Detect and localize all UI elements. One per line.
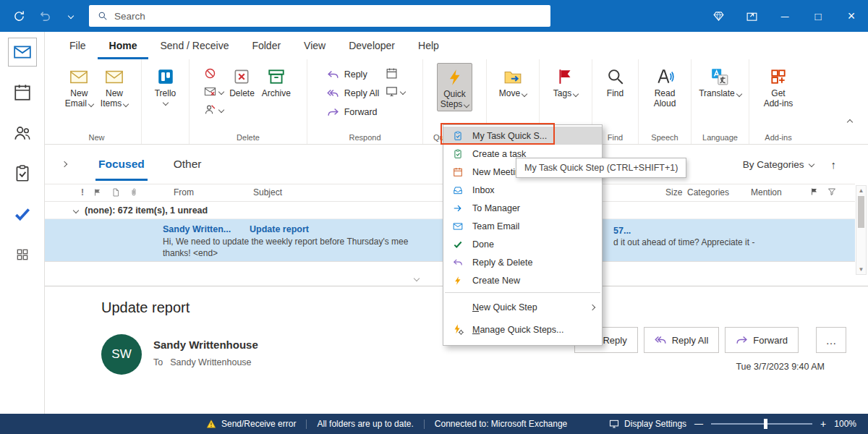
folders-status: All folders are up to date. (317, 419, 413, 429)
more-actions-button[interactable]: … (816, 327, 846, 353)
nav-people-button[interactable] (8, 119, 37, 148)
tab-folder[interactable]: Folder (240, 32, 292, 59)
new-email-button[interactable]: New Email (62, 63, 96, 110)
close-button[interactable]: × (835, 0, 868, 32)
find-button[interactable]: Find (603, 63, 628, 100)
menu-item-new-quick-step[interactable]: New Quick Step (443, 296, 602, 318)
tab-focused[interactable]: Focused (95, 148, 148, 181)
tab-help[interactable]: Help (407, 32, 451, 59)
reading-reply-all-button[interactable]: Reply All (644, 327, 720, 353)
recipient-name[interactable]: Sandy Writtenhouse (170, 357, 251, 367)
nav-calendar-button[interactable] (8, 78, 37, 107)
menu-item-my-task-quick-step[interactable]: My Task Quick S... (443, 127, 602, 145)
trello-button[interactable]: Trello (152, 63, 179, 106)
group-label-new: New (52, 133, 141, 142)
forward-button[interactable]: Forward (323, 103, 383, 121)
collapse-ribbon-button[interactable] (848, 116, 852, 127)
column-flag-icon[interactable] (810, 187, 819, 196)
menu-item-done[interactable]: Done (443, 235, 602, 253)
flag-column-icon[interactable] (93, 188, 102, 197)
item-type-icon[interactable] (111, 188, 120, 197)
display-settings-button[interactable]: Display Settings (609, 419, 686, 429)
column-mention[interactable]: Mention (751, 187, 782, 197)
quick-access-chevron-icon[interactable] (59, 4, 82, 27)
nav-mail-button[interactable] (8, 38, 37, 67)
chevron-down-icon (522, 90, 527, 96)
chevron-down-icon (400, 88, 406, 94)
menu-item-manage-quick-steps[interactable]: Manage Quick Steps... (443, 318, 602, 341)
column-subject[interactable]: Subject (253, 187, 282, 197)
more-respond-button[interactable] (384, 84, 407, 99)
zoom-out-icon[interactable]: — (694, 419, 703, 429)
nav-more-apps-button[interactable] (8, 240, 37, 269)
avatar[interactable]: SW (101, 334, 142, 375)
list-scrollbar[interactable]: ▲ ▼ (856, 185, 867, 275)
move-button[interactable]: Move (496, 63, 529, 100)
send-receive-error-status[interactable]: Send/Receive error (206, 419, 296, 429)
chevron-down-icon (218, 106, 224, 112)
meeting-button[interactable] (384, 66, 407, 81)
popout-icon[interactable] (735, 0, 768, 32)
task-icon (451, 131, 465, 141)
search-input[interactable]: Search (89, 5, 550, 27)
archive-button[interactable]: Archive (259, 63, 294, 100)
column-from[interactable]: From (174, 187, 194, 197)
tab-developer[interactable]: Developer (337, 32, 407, 59)
search-icon (98, 11, 108, 21)
get-addins-button[interactable]: GetAdd-ins (761, 63, 796, 110)
sort-by-dropdown[interactable]: By Categories (743, 159, 814, 170)
nav-todo-button[interactable] (8, 200, 37, 229)
menu-item-create-new[interactable]: Create New (443, 271, 602, 289)
ignore-button[interactable] (203, 66, 225, 81)
reply-button[interactable]: Reply (323, 66, 383, 83)
nav-tasks-button[interactable] (8, 159, 37, 188)
message-sender-name[interactable]: Sandy Writtenhouse (153, 339, 258, 351)
attachment-icon[interactable] (129, 188, 138, 197)
chevron-down-icon (464, 101, 469, 107)
scrollbar-thumb[interactable] (858, 196, 864, 228)
read-aloud-button[interactable]: ReadAloud (651, 63, 679, 110)
reply-all-button[interactable]: Reply All (323, 85, 383, 102)
junk-button[interactable] (203, 102, 225, 117)
column-size[interactable]: Size (665, 187, 682, 197)
tags-button[interactable]: Tags (550, 63, 581, 100)
menu-item-team-email[interactable]: Team Email (443, 217, 602, 235)
scroll-down-icon[interactable]: ▼ (859, 266, 864, 273)
clean-up-button[interactable] (203, 84, 225, 99)
folder-pane-toggle[interactable] (61, 161, 67, 167)
quick-steps-button[interactable]: Quick Steps (437, 63, 473, 111)
submenu-chevron-icon (590, 304, 595, 310)
menu-item-reply-and-delete[interactable]: Reply & Delete (443, 253, 602, 271)
column-categories[interactable]: Categories (687, 187, 729, 197)
new-items-button[interactable]: New Items (98, 63, 131, 110)
zoom-percentage[interactable]: 100% (834, 419, 856, 429)
quick-steps-icon (446, 68, 464, 87)
zoom-in-icon[interactable]: + (820, 418, 826, 430)
delete-button[interactable]: Delete (226, 63, 258, 100)
tab-view[interactable]: View (292, 32, 337, 59)
zoom-slider-thumb[interactable] (764, 419, 767, 429)
outlook-window: Search ─ □ × File Home Send / Receive Fo… (0, 0, 868, 434)
tooltip: My Task Quick Step (CTRL+SHIFT+1) (516, 158, 686, 178)
ribbon-group-respond: Reply Reply All Forward Respond (307, 59, 423, 144)
minimize-button[interactable]: ─ (768, 0, 801, 32)
sync-icon[interactable] (7, 4, 30, 27)
tab-send-receive[interactable]: Send / Receive (148, 32, 240, 59)
tab-file[interactable]: File (58, 32, 98, 59)
tab-home[interactable]: Home (98, 32, 149, 59)
importance-icon[interactable]: ! (81, 187, 84, 197)
menu-item-inbox[interactable]: Inbox (443, 181, 602, 199)
warning-icon (206, 419, 216, 429)
tab-other[interactable]: Other (174, 158, 202, 171)
scroll-up-icon[interactable]: ▲ (859, 187, 864, 194)
maximize-button[interactable]: □ (801, 0, 835, 32)
menu-item-to-manager[interactable]: To Manager (443, 199, 602, 217)
zoom-slider[interactable] (711, 423, 812, 425)
chevron-down-icon (218, 88, 224, 94)
undo-icon[interactable] (33, 4, 56, 27)
translate-button[interactable]: Translate (696, 63, 744, 100)
reading-forward-button[interactable]: Forward (725, 327, 799, 353)
premium-gem-icon[interactable] (702, 0, 735, 32)
filter-icon[interactable] (827, 187, 836, 196)
sort-direction-button[interactable]: ↑ (831, 158, 837, 171)
